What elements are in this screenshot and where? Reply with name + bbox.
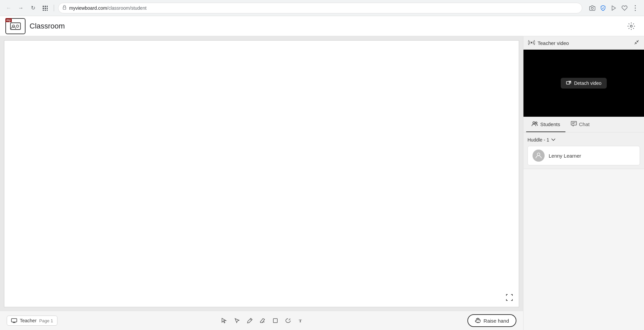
svg-rect-19 (11, 319, 17, 322)
page-title: Classroom (30, 22, 65, 31)
canvas-whiteboard (4, 40, 519, 307)
screenshot-button[interactable] (588, 3, 597, 13)
select-tool-button[interactable] (231, 315, 243, 327)
huddle-label: Huddle - 1 (527, 137, 549, 143)
right-panel: Teacher video Detach video (523, 36, 644, 330)
detach-video-label: Detach video (574, 80, 602, 86)
canvas-area (0, 36, 523, 311)
svg-rect-0 (43, 6, 44, 7)
apps-button[interactable] (40, 3, 50, 13)
app-logo: my (5, 18, 26, 34)
run-button[interactable] (609, 3, 618, 13)
shape-icon (272, 318, 278, 324)
svg-point-27 (533, 122, 535, 124)
text-tool-button[interactable]: T (295, 315, 307, 327)
select-icon (234, 318, 240, 324)
svg-point-12 (635, 5, 636, 6)
raise-hand-button[interactable]: Raise hand (467, 314, 516, 327)
students-tab-icon (532, 121, 538, 127)
huddle-selector[interactable]: Huddle - 1 (527, 136, 640, 146)
eraser-tool-button[interactable] (257, 315, 269, 327)
students-content: Huddle - 1 Lenny Learner (523, 132, 644, 169)
tabs-section: Students Chat Huddle - 1 (523, 117, 644, 169)
browser-actions (588, 3, 640, 13)
svg-point-25 (531, 42, 533, 43)
app-header: my Classroom (0, 16, 644, 36)
svg-point-28 (536, 122, 537, 124)
teacher-video-feed: Detach video (523, 50, 644, 117)
teacher-page-button[interactable]: Teacher Page 1 (7, 316, 57, 326)
more-button[interactable] (631, 3, 640, 13)
svg-rect-1 (45, 6, 46, 7)
teacher-label: Teacher (20, 318, 37, 323)
lasso-tool-button[interactable] (282, 315, 294, 327)
svg-rect-5 (45, 10, 46, 11)
svg-point-14 (635, 10, 636, 11)
app-header-right (624, 19, 639, 34)
move-icon (221, 318, 227, 324)
lasso-icon (285, 318, 291, 324)
teacher-video-title: Teacher video (528, 40, 569, 46)
main-layout: Teacher Page 1 (0, 36, 644, 330)
raise-hand-label: Raise hand (484, 318, 509, 324)
student-avatar (533, 150, 545, 162)
bottom-right: Raise hand (467, 314, 516, 327)
svg-point-10 (591, 7, 593, 9)
tabs-header: Students Chat (523, 117, 644, 132)
svg-point-18 (630, 25, 632, 27)
address-bar[interactable]: myviewboard.com/classroom/student (58, 3, 582, 13)
heart-button[interactable] (620, 3, 629, 13)
svg-rect-7 (47, 8, 48, 9)
drawing-tools: T (218, 315, 307, 327)
lock-icon (62, 5, 66, 11)
shape-tool-button[interactable] (269, 315, 281, 327)
canvas-column: Teacher Page 1 (0, 36, 523, 330)
chat-tab-label: Chat (579, 121, 590, 127)
monitor-icon (11, 318, 17, 323)
svg-rect-8 (47, 10, 48, 11)
teacher-video-header: Teacher video (523, 36, 644, 50)
reload-button[interactable]: ↻ (28, 3, 38, 13)
svg-rect-4 (43, 10, 44, 11)
svg-rect-15 (10, 23, 20, 30)
svg-line-21 (250, 319, 251, 320)
settings-button[interactable] (624, 19, 639, 34)
detach-icon (566, 80, 571, 86)
shield-button[interactable] (598, 3, 608, 13)
app-header-left: my Classroom (5, 18, 65, 34)
chat-tab-icon (571, 121, 577, 127)
svg-rect-6 (47, 6, 48, 7)
svg-point-17 (16, 25, 19, 27)
chevron-down-icon (551, 139, 555, 141)
detach-video-button[interactable]: Detach video (561, 78, 607, 89)
students-tab-label: Students (540, 121, 560, 127)
fullscreen-button[interactable] (504, 292, 515, 303)
teacher-video-section: Teacher video Detach video (523, 36, 644, 117)
page-label: Page 1 (39, 318, 53, 323)
pen-icon (247, 318, 253, 324)
svg-rect-23 (273, 319, 277, 323)
address-text: myviewboard.com/classroom/student (69, 5, 146, 11)
teacher-video-label: Teacher video (538, 40, 569, 46)
student-item: Lenny Learner (527, 146, 640, 165)
back-button[interactable]: ← (4, 3, 13, 13)
eraser-icon (260, 318, 266, 324)
text-icon: T (298, 318, 304, 324)
bottom-toolbar: Teacher Page 1 (0, 311, 523, 330)
tab-chat[interactable]: Chat (565, 117, 595, 132)
forward-button[interactable]: → (16, 3, 26, 13)
pen-tool-button[interactable] (244, 315, 256, 327)
logo-my-badge: my (5, 18, 12, 22)
browser-chrome: ← → ↻ myviewboard.com/classroom/student (0, 0, 644, 16)
move-tool-button[interactable] (218, 315, 230, 327)
divider (54, 5, 54, 11)
logo-classroom-icon (10, 21, 21, 31)
tab-students[interactable]: Students (526, 117, 565, 132)
svg-rect-2 (43, 8, 44, 9)
svg-marker-20 (222, 318, 226, 323)
svg-text:T: T (299, 318, 302, 323)
raise-hand-icon (475, 318, 481, 324)
svg-rect-3 (45, 8, 46, 9)
svg-rect-9 (63, 7, 66, 9)
minimize-video-button[interactable] (634, 40, 639, 46)
